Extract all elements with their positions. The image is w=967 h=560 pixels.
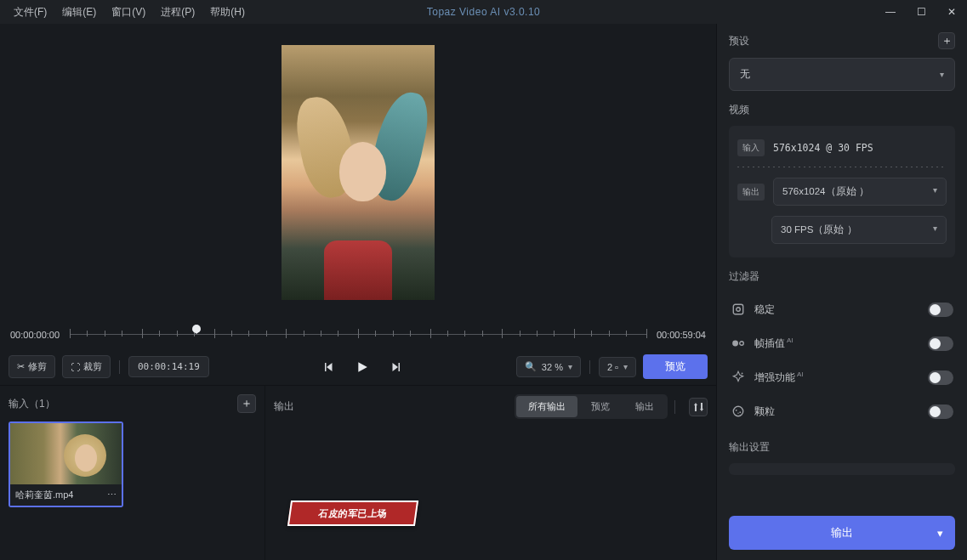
thumbnail-filename: 哈莉奎茵.mp4 [15, 489, 73, 501]
tab-all-outputs[interactable]: 所有输出 [516, 396, 577, 417]
preset-value: 无 [740, 67, 750, 82]
filters-section: 过滤器 稳定 帧插值AI [717, 261, 967, 432]
menu-file[interactable]: 文件(F) [7, 2, 54, 23]
zoom-icon: 🔍 [525, 361, 537, 372]
svg-point-3 [740, 342, 744, 346]
watermark-stamp: 石皮的军已上场 [287, 501, 418, 526]
main-area: 00:00:00:00 00:00:59:04 ✂ 修剪 [0, 24, 967, 560]
grain-toggle[interactable] [928, 404, 953, 419]
chevron-down-icon: ▾ [623, 362, 628, 371]
presets-section: 预设 ＋ 无 ▾ [717, 24, 967, 94]
close-button[interactable]: ✕ [936, 0, 967, 24]
preset-select[interactable]: 无 ▾ [729, 58, 955, 91]
output-tag: 输出 [737, 184, 765, 201]
trim-label: 修剪 [28, 360, 47, 373]
thumbnail-more-icon[interactable]: ⋯ [107, 489, 117, 501]
tab-preview[interactable]: 预览 [579, 396, 622, 417]
menu-window[interactable]: 窗口(V) [105, 2, 152, 23]
trim-button[interactable]: ✂ 修剪 [9, 355, 55, 378]
output-settings-section: 输出设置 [717, 432, 967, 478]
controls-row: ✂ 修剪 ⛶ 裁剪 00:00:14:19 [0, 348, 716, 386]
zoom-dropdown[interactable]: 🔍 32 % ▾ [516, 356, 581, 377]
output-tabs: 所有输出 预览 输出 [515, 394, 668, 419]
filter-stabilize: 稳定 [729, 292, 955, 326]
filter-enhance: 增强功能AI [729, 360, 955, 394]
grain-icon [731, 404, 746, 419]
sort-button[interactable] [689, 398, 708, 416]
svg-point-2 [732, 341, 738, 347]
filter-grain: 颗粒 [729, 394, 955, 428]
menu-process[interactable]: 进程(P) [154, 2, 202, 23]
add-input-button[interactable]: ＋ [237, 394, 256, 413]
menu-help[interactable]: 帮助(H) [203, 2, 252, 23]
menu-bar: 文件(F) 编辑(E) 窗口(V) 进程(P) 帮助(H) [0, 2, 252, 23]
play-button[interactable] [355, 359, 370, 375]
current-timecode[interactable]: 00:00:14:19 [128, 356, 209, 377]
maximize-button[interactable]: ☐ [906, 0, 936, 24]
zoom-value: 32 % [542, 362, 563, 372]
ai-badge: AI [787, 337, 794, 344]
input-resolution: 576x1024 @ 30 FPS [773, 142, 873, 154]
window-controls: — ☐ ✕ [875, 0, 967, 24]
crop-button[interactable]: ⛶ 裁剪 [62, 355, 111, 378]
chevron-down-icon: ▾ [933, 223, 937, 236]
ai-badge: AI [797, 371, 804, 378]
output-panel-title: 输出 [274, 399, 294, 414]
minimize-button[interactable]: — [875, 0, 906, 24]
svg-point-4 [742, 373, 743, 375]
video-preview[interactable] [0, 24, 716, 321]
separator [589, 360, 590, 374]
preview-button[interactable]: 预览 [643, 354, 708, 379]
grid-value: 2 ▫ [607, 362, 618, 372]
add-preset-button[interactable]: ＋ [938, 32, 955, 49]
filter-interpolation: 帧插值AI [729, 326, 955, 360]
output-res-value: 576x1024（原始 ） [782, 185, 869, 198]
left-pane: 00:00:00:00 00:00:59:04 ✂ 修剪 [0, 24, 716, 560]
enhance-label: 增强功能AI [754, 371, 919, 385]
interpolation-icon [731, 336, 746, 351]
chevron-down-icon: ▾ [933, 185, 937, 198]
io-row: 输入（1） ＋ 哈莉奎茵.mp4 ⋯ 输出 [0, 386, 716, 560]
enhance-icon [731, 370, 746, 385]
output-fps-select[interactable]: 30 FPS（原始 ） ▾ [771, 216, 947, 244]
output-settings-box[interactable] [729, 463, 955, 475]
svg-rect-0 [733, 304, 742, 314]
input-tag: 输入 [737, 139, 765, 156]
timeline-playhead[interactable] [192, 325, 201, 333]
input-panel: 输入（1） ＋ 哈莉奎茵.mp4 ⋯ [0, 386, 265, 560]
svg-point-1 [737, 308, 741, 312]
grain-label: 颗粒 [754, 404, 919, 419]
interpolation-label: 帧插值AI [754, 337, 919, 351]
app-title: Topaz Video AI v3.0.10 [427, 6, 541, 18]
separator [674, 400, 675, 414]
chevron-down-icon: ▾ [940, 70, 944, 79]
export-button[interactable]: 输出 ▾ [729, 516, 955, 550]
enhance-toggle[interactable] [928, 371, 953, 385]
next-frame-button[interactable] [389, 359, 404, 375]
timeline-row: 00:00:00:00 00:00:59:04 [0, 321, 716, 348]
title-bar: 文件(F) 编辑(E) 窗口(V) 进程(P) 帮助(H) Topaz Vide… [0, 0, 967, 24]
crop-icon: ⛶ [71, 362, 80, 372]
divider [737, 167, 947, 167]
right-panel: 预设 ＋ 无 ▾ 视频 输入 576x1024 @ 30 FPS [716, 24, 967, 560]
timeline-track[interactable] [70, 327, 646, 342]
tab-output[interactable]: 输出 [623, 396, 666, 417]
crop-label: 裁剪 [83, 360, 102, 373]
svg-point-7 [739, 411, 741, 413]
video-label: 视频 [729, 103, 749, 117]
stabilize-toggle[interactable] [928, 303, 953, 317]
input-thumbnail[interactable]: 哈莉奎茵.mp4 ⋯ [9, 421, 123, 507]
svg-point-6 [736, 410, 737, 411]
input-panel-title: 输入（1） [9, 397, 55, 411]
output-fps-value: 30 FPS（原始 ） [781, 223, 857, 236]
menu-edit[interactable]: 编辑(E) [55, 2, 103, 23]
scissors-icon: ✂ [17, 361, 25, 372]
output-settings-label: 输出设置 [729, 440, 770, 455]
stabilize-icon [731, 302, 746, 317]
prev-frame-button[interactable] [321, 359, 336, 375]
interpolation-toggle[interactable] [928, 337, 953, 351]
svg-point-5 [733, 406, 742, 416]
output-panel: 输出 所有输出 预览 输出 石皮的军已上场 [265, 386, 716, 560]
output-resolution-select[interactable]: 576x1024（原始 ） ▾ [773, 178, 947, 206]
grid-dropdown[interactable]: 2 ▫ ▾ [599, 357, 636, 377]
